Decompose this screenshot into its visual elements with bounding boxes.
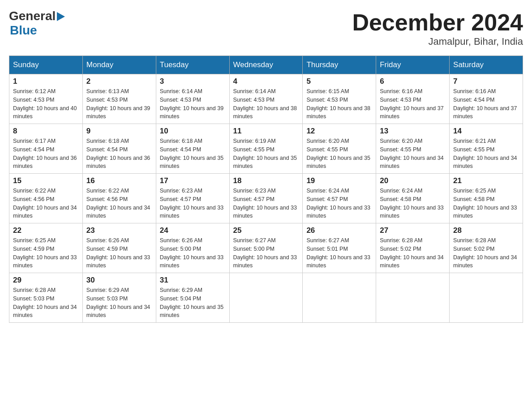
col-tuesday: Tuesday [156,56,229,74]
day-info: Sunrise: 6:16 AM Sunset: 4:54 PM Dayligh… [453,87,519,121]
table-row: 13 Sunrise: 6:20 AM Sunset: 4:55 PM Dayl… [376,124,450,174]
col-friday: Friday [376,56,450,74]
table-row: 18 Sunrise: 6:23 AM Sunset: 4:57 PM Dayl… [229,174,303,223]
day-number: 18 [233,176,299,185]
day-info: Sunrise: 6:15 AM Sunset: 4:53 PM Dayligh… [306,87,372,121]
day-info: Sunrise: 6:12 AM Sunset: 4:53 PM Dayligh… [13,87,79,121]
day-number: 5 [306,77,372,86]
day-info: Sunrise: 6:20 AM Sunset: 4:55 PM Dayligh… [380,137,446,171]
table-row: 4 Sunrise: 6:14 AM Sunset: 4:53 PM Dayli… [229,74,303,124]
day-number: 27 [380,226,446,235]
day-info: Sunrise: 6:22 AM Sunset: 4:56 PM Dayligh… [86,187,152,220]
calendar-header-row: Sunday Monday Tuesday Wednesday Thursday… [9,56,523,74]
day-info: Sunrise: 6:14 AM Sunset: 4:53 PM Dayligh… [160,87,226,121]
day-info: Sunrise: 6:26 AM Sunset: 4:59 PM Dayligh… [86,236,152,270]
day-info: Sunrise: 6:24 AM Sunset: 4:58 PM Dayligh… [380,187,446,220]
day-info: Sunrise: 6:28 AM Sunset: 5:02 PM Dayligh… [453,236,519,270]
col-sunday: Sunday [9,56,83,74]
day-number: 17 [160,176,226,185]
calendar-subtitle: Jamalpur, Bihar, India [352,36,523,47]
day-info: Sunrise: 6:28 AM Sunset: 5:03 PM Dayligh… [13,286,79,320]
title-block: December 2024 Jamalpur, Bihar, India [352,9,523,47]
calendar-week-3: 15 Sunrise: 6:22 AM Sunset: 4:56 PM Dayl… [9,174,523,223]
day-number: 4 [233,77,299,86]
table-row: 29 Sunrise: 6:28 AM Sunset: 5:03 PM Dayl… [9,273,83,323]
day-info: Sunrise: 6:13 AM Sunset: 4:53 PM Dayligh… [86,87,152,121]
day-info: Sunrise: 6:27 AM Sunset: 5:00 PM Dayligh… [233,236,299,270]
table-row: 11 Sunrise: 6:19 AM Sunset: 4:55 PM Dayl… [229,124,303,174]
col-monday: Monday [82,56,156,74]
day-number: 28 [453,226,519,235]
table-row: 27 Sunrise: 6:28 AM Sunset: 5:02 PM Dayl… [376,223,450,273]
table-row [229,273,303,323]
day-number: 24 [160,226,226,235]
table-row: 12 Sunrise: 6:20 AM Sunset: 4:55 PM Dayl… [303,124,376,174]
table-row: 26 Sunrise: 6:27 AM Sunset: 5:01 PM Dayl… [303,223,376,273]
table-row [376,273,450,323]
day-info: Sunrise: 6:25 AM Sunset: 4:58 PM Dayligh… [453,187,519,220]
day-number: 6 [380,77,446,86]
page-header: General Blue December 2024 Jamalpur, Bih… [9,9,523,47]
day-number: 8 [13,127,79,136]
day-info: Sunrise: 6:29 AM Sunset: 5:03 PM Dayligh… [86,286,152,320]
day-number: 23 [86,226,152,235]
table-row: 10 Sunrise: 6:18 AM Sunset: 4:54 PM Dayl… [156,124,229,174]
day-number: 13 [380,127,446,136]
col-thursday: Thursday [303,56,376,74]
day-info: Sunrise: 6:24 AM Sunset: 4:57 PM Dayligh… [306,187,372,220]
day-number: 10 [160,127,226,136]
day-info: Sunrise: 6:22 AM Sunset: 4:56 PM Dayligh… [13,187,79,220]
table-row: 20 Sunrise: 6:24 AM Sunset: 4:58 PM Dayl… [376,174,450,223]
day-number: 11 [233,127,299,136]
day-number: 21 [453,176,519,185]
table-row: 9 Sunrise: 6:18 AM Sunset: 4:54 PM Dayli… [82,124,156,174]
day-number: 22 [13,226,79,235]
day-number: 25 [233,226,299,235]
table-row: 23 Sunrise: 6:26 AM Sunset: 4:59 PM Dayl… [82,223,156,273]
day-number: 7 [453,77,519,86]
day-number: 1 [13,77,79,86]
day-number: 2 [86,77,152,86]
day-number: 31 [160,276,226,285]
table-row [450,273,523,323]
table-row: 8 Sunrise: 6:17 AM Sunset: 4:54 PM Dayli… [9,124,83,174]
calendar-week-4: 22 Sunrise: 6:25 AM Sunset: 4:59 PM Dayl… [9,223,523,273]
table-row: 5 Sunrise: 6:15 AM Sunset: 4:53 PM Dayli… [303,74,376,124]
table-row: 21 Sunrise: 6:25 AM Sunset: 4:58 PM Dayl… [450,174,523,223]
day-info: Sunrise: 6:19 AM Sunset: 4:55 PM Dayligh… [233,137,299,171]
table-row: 31 Sunrise: 6:29 AM Sunset: 5:04 PM Dayl… [156,273,229,323]
day-number: 26 [306,226,372,235]
table-row: 3 Sunrise: 6:14 AM Sunset: 4:53 PM Dayli… [156,74,229,124]
day-info: Sunrise: 6:18 AM Sunset: 4:54 PM Dayligh… [86,137,152,171]
table-row: 7 Sunrise: 6:16 AM Sunset: 4:54 PM Dayli… [450,74,523,124]
calendar-week-2: 8 Sunrise: 6:17 AM Sunset: 4:54 PM Dayli… [9,124,523,174]
day-info: Sunrise: 6:17 AM Sunset: 4:54 PM Dayligh… [13,137,79,171]
day-info: Sunrise: 6:20 AM Sunset: 4:55 PM Dayligh… [306,137,372,171]
day-number: 12 [306,127,372,136]
table-row: 30 Sunrise: 6:29 AM Sunset: 5:03 PM Dayl… [82,273,156,323]
svg-marker-0 [57,12,65,21]
calendar-title: December 2024 [352,9,523,36]
logo: General Blue [9,9,65,38]
day-number: 30 [86,276,152,285]
day-number: 16 [86,176,152,185]
day-number: 14 [453,127,519,136]
table-row [303,273,376,323]
col-wednesday: Wednesday [229,56,303,74]
day-info: Sunrise: 6:18 AM Sunset: 4:54 PM Dayligh… [160,137,226,171]
day-info: Sunrise: 6:23 AM Sunset: 4:57 PM Dayligh… [233,187,299,220]
day-info: Sunrise: 6:26 AM Sunset: 5:00 PM Dayligh… [160,236,226,270]
table-row: 15 Sunrise: 6:22 AM Sunset: 4:56 PM Dayl… [9,174,83,223]
table-row: 6 Sunrise: 6:16 AM Sunset: 4:53 PM Dayli… [376,74,450,124]
table-row: 22 Sunrise: 6:25 AM Sunset: 4:59 PM Dayl… [9,223,83,273]
day-number: 15 [13,176,79,185]
table-row: 19 Sunrise: 6:24 AM Sunset: 4:57 PM Dayl… [303,174,376,223]
logo-general-text: General [9,9,56,23]
day-info: Sunrise: 6:16 AM Sunset: 4:53 PM Dayligh… [380,87,446,121]
calendar-table: Sunday Monday Tuesday Wednesday Thursday… [9,56,523,323]
table-row: 28 Sunrise: 6:28 AM Sunset: 5:02 PM Dayl… [450,223,523,273]
table-row: 16 Sunrise: 6:22 AM Sunset: 4:56 PM Dayl… [82,174,156,223]
day-number: 20 [380,176,446,185]
day-info: Sunrise: 6:14 AM Sunset: 4:53 PM Dayligh… [233,87,299,121]
day-info: Sunrise: 6:25 AM Sunset: 4:59 PM Dayligh… [13,236,79,270]
